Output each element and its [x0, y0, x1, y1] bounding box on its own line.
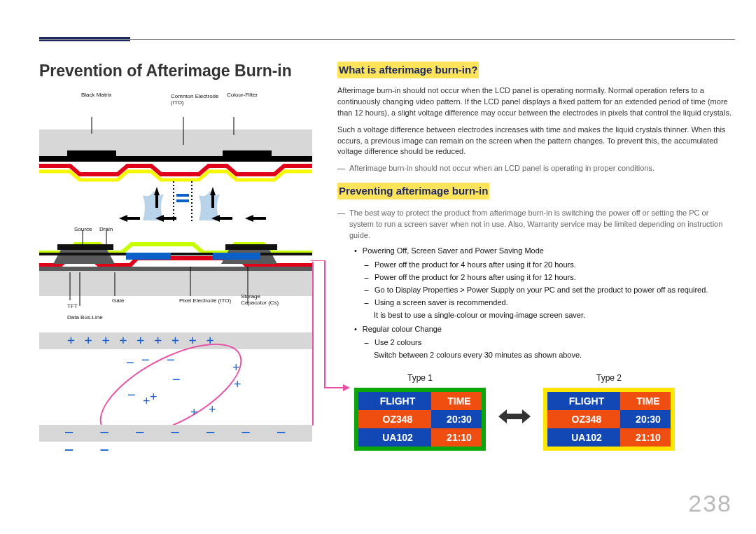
label-common-electrode: Common Electrode (ITO) — [171, 93, 220, 106]
label-black-matrix: Black Matrix — [81, 92, 112, 98]
bullet-1-text: Powering Off, Screen Saver and Power Sav… — [363, 246, 544, 257]
svg-marker-10 — [154, 187, 160, 195]
sub-5: Use 2 colours — [364, 337, 735, 349]
label-colour-filter: Colour-Filter — [227, 92, 258, 98]
svg-rect-26 — [225, 244, 277, 250]
svg-rect-5 — [223, 150, 272, 157]
label-data-bus: Data Bus-Line — [67, 314, 103, 321]
svg-text:+: + — [232, 360, 240, 374]
svg-text:+: + — [234, 377, 241, 391]
connector-vertical — [312, 262, 314, 426]
svg-text:+: + — [190, 405, 198, 419]
panel-title-1: Type 1 — [354, 372, 486, 384]
r2a-2: UA102 — [547, 428, 620, 447]
sub-4: Using a screen saver is recommended. — [364, 297, 735, 309]
label-pixel-electrode: Pixel Electrode (ITO) — [179, 297, 231, 304]
svg-rect-25 — [57, 244, 113, 250]
svg-rect-15 — [127, 217, 140, 220]
lcd-diagram: Black Matrix Common Electrode (ITO) Colo… — [39, 90, 312, 370]
r1a-1: OZ348 — [358, 410, 431, 428]
sub-5b: Switch between 2 colours every 30 minute… — [374, 350, 735, 361]
svg-rect-29 — [213, 253, 260, 260]
section1-note: Afterimage burn-in should not occur when… — [337, 163, 735, 174]
svg-rect-28 — [126, 253, 171, 260]
minus-row: − − − − − − − − − — [64, 423, 312, 458]
svg-rect-7 — [176, 199, 189, 202]
r1b-2: 20:30 — [620, 410, 671, 428]
page-number: 238 — [688, 490, 732, 517]
svg-text:+: + — [143, 394, 150, 408]
sub-3: Go to Display Properties > Power Supply … — [364, 285, 735, 296]
page-title: Prevention of Afterimage Burn-in — [39, 62, 312, 80]
svg-rect-4 — [67, 150, 116, 157]
section2-lead-text: The best way to protect the product from… — [349, 208, 735, 241]
svg-text:−: − — [127, 387, 136, 402]
svg-text:−: − — [126, 355, 134, 370]
swap-arrow-icon — [498, 407, 531, 426]
section2-lead: The best way to protect the product from… — [337, 208, 735, 241]
section1-p1: Afterimage burn-in should not occur when… — [337, 85, 735, 119]
r1b-1: 20:30 — [431, 410, 482, 428]
r2b-2: 21:10 — [620, 428, 671, 447]
example-panels: Type 1 FLIGHTTIME OZ34820:30 UA10221:10 … — [354, 372, 735, 450]
flight-board-2: FLIGHTTIME OZ34820:30 UA10221:10 — [543, 388, 675, 451]
heading-preventing: Preventing afterimage burn-in — [337, 183, 489, 199]
label-storage-cap: Storage Capacotor (Cs) — [241, 293, 283, 306]
bullet-2: Regular colour Change — [354, 324, 735, 335]
svg-rect-27 — [39, 253, 312, 255]
svg-text:+: + — [209, 402, 216, 416]
bullet-1: Powering Off, Screen Saver and Power Sav… — [354, 246, 735, 257]
svg-marker-23 — [53, 248, 115, 264]
header-rule — [39, 39, 735, 40]
ellipse-charges: − − − + − + − + + + + — [92, 351, 260, 428]
section1-note-text: Afterimage burn-in should not occur when… — [349, 163, 654, 174]
panel-type-2: Type 2 FLIGHTTIME OZ34820:30 UA10221:10 — [543, 372, 675, 450]
hdr-time-2: TIME — [620, 392, 671, 410]
r1a-2: OZ348 — [547, 410, 620, 428]
bullet-2-text: Regular colour Change — [363, 324, 442, 335]
hdr-flight-1: FLIGHT — [358, 392, 431, 410]
sub-5-text: Use 2 colours — [374, 337, 421, 349]
sub-2-text: Power off the product for 2 hours after … — [374, 272, 576, 283]
sub-4-text: Using a screen saver is recommended. — [374, 297, 508, 309]
r2a-1: UA102 — [358, 428, 431, 447]
svg-marker-14 — [119, 215, 127, 222]
heading-what-is: What is afterimage burn-in? — [337, 62, 479, 78]
flight-board-1: FLIGHTTIME OZ34820:30 UA10221:10 — [354, 388, 486, 451]
svg-marker-20 — [245, 215, 253, 222]
sub-4b: It is best to use a single-colour or mov… — [374, 310, 735, 321]
bullet-list: Powering Off, Screen Saver and Power Sav… — [354, 246, 735, 361]
sub-1-text: Power off the product for 4 hours after … — [374, 260, 576, 271]
svg-marker-49 — [498, 409, 531, 423]
svg-text:−: − — [141, 352, 150, 367]
r2b-1: 21:10 — [431, 428, 482, 447]
hdr-flight-2: FLIGHT — [547, 392, 620, 410]
schematic-top-svg — [39, 117, 312, 222]
panel-title-2: Type 2 — [543, 372, 675, 384]
svg-rect-19 — [220, 217, 232, 220]
svg-rect-11 — [155, 195, 158, 208]
svg-text:−: − — [167, 352, 175, 367]
main-content: Prevention of Afterimage Burn-in Black M… — [39, 62, 735, 451]
svg-marker-12 — [210, 187, 216, 195]
label-gate: Gate — [112, 297, 124, 304]
sub-3-text: Go to Display Properties > Power Supply … — [374, 285, 708, 296]
svg-rect-6 — [176, 194, 189, 197]
panel-type-1: Type 1 FLIGHTTIME OZ34820:30 UA10221:10 — [354, 372, 486, 450]
left-column: Prevention of Afterimage Burn-in Black M… — [39, 62, 312, 451]
hdr-time-1: TIME — [431, 392, 482, 410]
section1-p2: Such a voltage difference between electr… — [337, 125, 735, 158]
sub-1: Power off the product for 4 hours after … — [364, 260, 735, 271]
svg-rect-17 — [164, 217, 176, 220]
svg-rect-21 — [253, 217, 266, 220]
sub-2: Power off the product for 2 hours after … — [364, 272, 735, 283]
label-tft: TFT — [67, 303, 78, 309]
svg-text:+: + — [150, 390, 158, 404]
svg-rect-13 — [211, 195, 214, 208]
svg-rect-22 — [39, 267, 312, 271]
svg-text:−: − — [172, 372, 181, 387]
right-column: What is afterimage burn-in? Afterimage b… — [337, 62, 735, 451]
